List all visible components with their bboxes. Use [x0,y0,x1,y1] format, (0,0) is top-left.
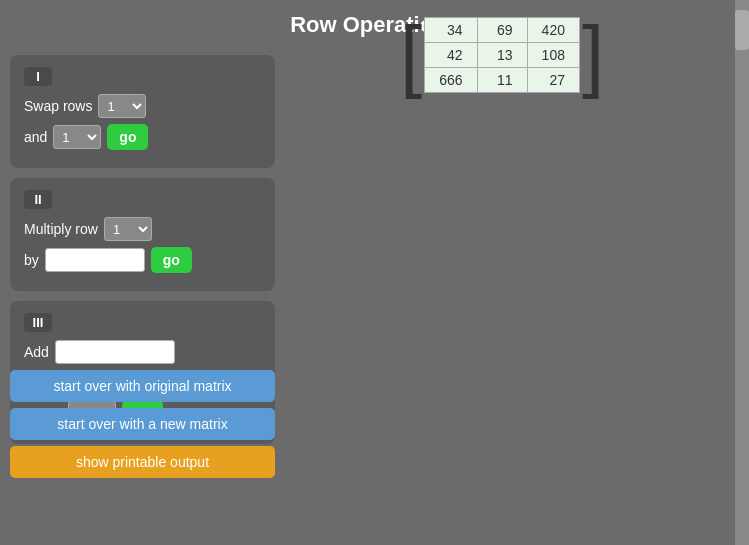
bottom-buttons: start over with original matrix start ov… [10,370,275,478]
select-multiply-row[interactable]: 1 2 3 [104,217,152,241]
label-by: by [24,252,39,268]
start-new-button[interactable]: start over with a new matrix [10,408,275,440]
matrix-table: 346942042131086661127 [424,17,580,93]
matrix-cell: 666 [425,68,477,93]
add-value-input[interactable] [55,340,175,364]
matrix-cell: 420 [527,18,579,43]
section-swap: I Swap rows 1 2 3 and 1 2 3 go [10,55,275,168]
go-multiply-button[interactable]: go [151,247,192,273]
multiply-value-input[interactable] [45,248,145,272]
select-swap-row1[interactable]: 1 2 3 [98,94,146,118]
badge-swap: I [24,67,52,86]
matrix-cell: 108 [527,43,579,68]
matrix-cell: 69 [477,18,527,43]
matrix-cell: 11 [477,68,527,93]
scrollbar-thumb[interactable] [735,10,749,50]
start-original-button[interactable]: start over with original matrix [10,370,275,402]
bracket-left: [ [400,15,422,95]
bracket-right: ] [582,15,604,95]
matrix-container: [ 346942042131086661127 ] [400,15,604,95]
go-swap-button[interactable]: go [107,124,148,150]
matrix-cell: 34 [425,18,477,43]
label-and: and [24,129,47,145]
matrix-cell: 13 [477,43,527,68]
printable-button[interactable]: show printable output [10,446,275,478]
matrix-cell: 27 [527,68,579,93]
section-multiply: II Multiply row 1 2 3 by go [10,178,275,291]
label-swap: Swap rows [24,98,92,114]
matrix-cell: 42 [425,43,477,68]
select-swap-row2[interactable]: 1 2 3 [53,125,101,149]
label-multiply: Multiply row [24,221,98,237]
page-title: Row Operations [0,0,749,46]
label-add: Add [24,344,49,360]
badge-multiply: II [24,190,52,209]
scrollbar[interactable] [735,0,749,545]
badge-add: III [24,313,52,332]
